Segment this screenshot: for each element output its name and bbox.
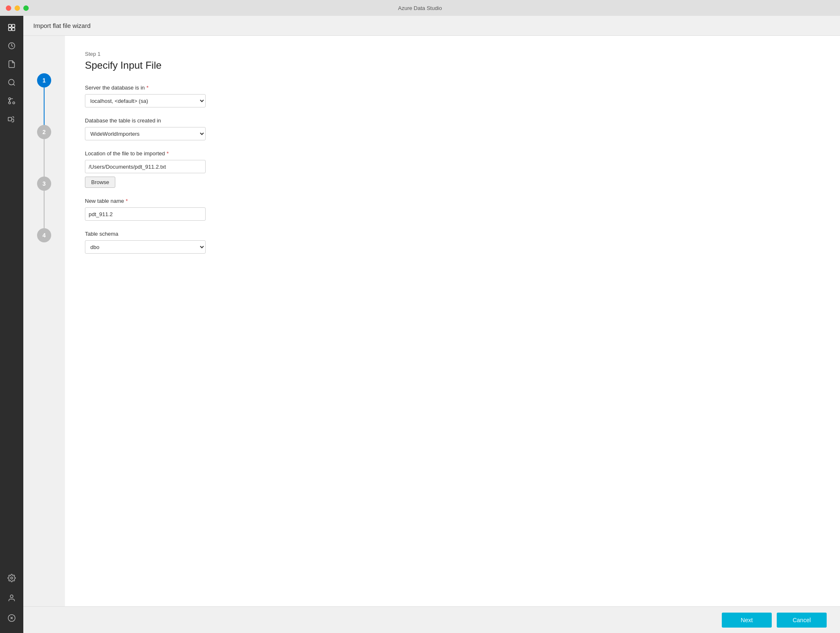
- svg-point-9: [9, 102, 11, 104]
- sidebar-icon-settings[interactable]: [3, 570, 20, 586]
- footer: Next Cancel: [23, 606, 840, 633]
- server-form-group: Server the database is in * localhost, <…: [85, 85, 820, 107]
- table-schema-select[interactable]: dbo: [85, 240, 206, 254]
- step-circle-3: 3: [37, 177, 51, 191]
- sidebar-icon-history[interactable]: [3, 37, 20, 54]
- svg-rect-2: [9, 28, 12, 31]
- cancel-button[interactable]: Cancel: [777, 613, 827, 628]
- step-4: 4: [37, 228, 51, 242]
- step-circle-2: 2: [37, 125, 51, 139]
- file-location-label: Location of the file to be imported *: [85, 150, 820, 157]
- sidebar-icon-files[interactable]: [3, 19, 20, 36]
- svg-rect-3: [12, 28, 15, 31]
- server-select[interactable]: localhost, <default> (sa): [85, 94, 206, 107]
- svg-rect-1: [12, 25, 15, 27]
- svg-line-6: [13, 84, 15, 86]
- next-button[interactable]: Next: [722, 613, 772, 628]
- svg-rect-0: [9, 25, 12, 27]
- step-line-3-4: [44, 191, 45, 228]
- sidebar-icon-git[interactable]: [3, 92, 20, 109]
- title-bar: Azure Data Studio: [0, 0, 840, 16]
- svg-rect-10: [8, 117, 12, 121]
- sidebar-icon-document[interactable]: [3, 56, 20, 72]
- step-circle-4: 4: [37, 228, 51, 242]
- step-label: Step 1: [85, 51, 820, 57]
- step-indicator: 1 2 3: [23, 36, 65, 606]
- new-table-input[interactable]: [85, 207, 206, 221]
- step-3: 3: [37, 177, 51, 228]
- header-bar: Import flat file wizard: [23, 16, 840, 36]
- table-schema-form-group: Table schema dbo: [85, 231, 820, 254]
- server-label: Server the database is in *: [85, 85, 820, 91]
- svg-point-12: [10, 595, 13, 598]
- step-circle-1: 1: [37, 73, 51, 87]
- step-title: Specify Input File: [85, 60, 820, 71]
- sidebar-icon-account[interactable]: [3, 590, 20, 606]
- new-table-form-group: New table name *: [85, 198, 820, 221]
- minimize-button[interactable]: [15, 5, 20, 11]
- new-table-label: New table name *: [85, 198, 820, 204]
- sidebar: [0, 16, 23, 633]
- window-title: Azure Data Studio: [398, 5, 442, 11]
- svg-point-7: [13, 102, 15, 104]
- maximize-button[interactable]: [23, 5, 29, 11]
- sidebar-icon-search[interactable]: [3, 74, 20, 91]
- file-location-form-group: Location of the file to be imported * Br…: [85, 150, 820, 188]
- svg-point-11: [11, 577, 13, 579]
- database-select[interactable]: WideWorldImporters: [85, 127, 206, 140]
- sidebar-icon-extensions[interactable]: [3, 111, 20, 127]
- step-line-2-3: [44, 139, 45, 177]
- browse-button[interactable]: Browse: [85, 177, 115, 188]
- wizard-content: Step 1 Specify Input File Server the dat…: [65, 36, 840, 606]
- traffic-lights: [6, 5, 29, 11]
- file-location-required-star: *: [167, 150, 169, 157]
- sidebar-icon-error[interactable]: [3, 610, 20, 626]
- table-schema-label: Table schema: [85, 231, 820, 237]
- step-1: 1: [37, 73, 51, 125]
- wizard-title: Import flat file wizard: [33, 22, 91, 29]
- step-2: 2: [37, 125, 51, 177]
- new-table-required-star: *: [126, 198, 128, 204]
- server-required-star: *: [147, 85, 149, 91]
- step-line-1-2: [44, 87, 45, 125]
- close-button[interactable]: [6, 5, 11, 11]
- database-form-group: Database the table is created in WideWor…: [85, 117, 820, 140]
- file-location-input[interactable]: [85, 160, 206, 173]
- database-label: Database the table is created in: [85, 117, 820, 124]
- svg-point-5: [9, 80, 14, 85]
